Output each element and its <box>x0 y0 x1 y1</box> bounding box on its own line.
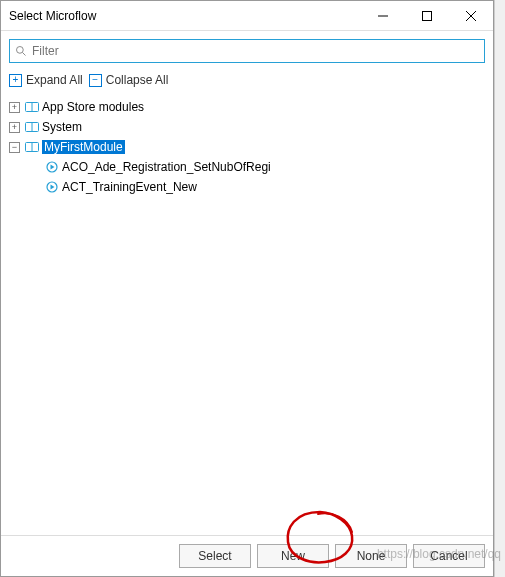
window-controls <box>361 1 493 30</box>
maximize-button[interactable] <box>405 1 449 30</box>
collapse-all-button[interactable]: − Collapse All <box>89 73 169 87</box>
plus-icon: + <box>9 74 22 87</box>
module-icon <box>25 141 39 153</box>
select-button-label: Select <box>198 549 231 563</box>
select-microflow-dialog: Select Microflow + Expand All <box>0 0 494 577</box>
svg-marker-13 <box>51 165 55 170</box>
none-button-label: None <box>357 549 386 563</box>
new-button[interactable]: New <box>257 544 329 568</box>
tree-node-label: System <box>42 120 82 134</box>
expand-collapse-toolbar: + Expand All − Collapse All <box>1 67 493 93</box>
background-sliver <box>494 0 505 577</box>
tree-node-label: App Store modules <box>42 100 144 114</box>
tree-node-app-store-modules[interactable]: + App Store modules <box>9 97 485 117</box>
svg-marker-15 <box>51 185 55 190</box>
tree-view[interactable]: + App Store modules + System − MyFirstMo… <box>1 93 493 535</box>
svg-line-5 <box>23 53 26 56</box>
dialog-title: Select Microflow <box>9 9 361 23</box>
tree-leaf-label: ACT_TrainingEvent_New <box>62 180 197 194</box>
tree-leaf-label: ACO_Ade_Registration_SetNubOfRegi <box>62 160 271 174</box>
tree-node-myfirstmodule[interactable]: − MyFirstModule <box>9 137 485 157</box>
filter-area <box>1 31 493 67</box>
svg-point-4 <box>17 47 24 54</box>
tree-leaf-microflow[interactable]: ACT_TrainingEvent_New <box>9 177 485 197</box>
close-button[interactable] <box>449 1 493 30</box>
collapse-all-label: Collapse All <box>106 73 169 87</box>
minus-icon: − <box>89 74 102 87</box>
search-icon <box>15 45 27 57</box>
expand-all-label: Expand All <box>26 73 83 87</box>
button-bar: Select New None Cancel <box>1 535 493 576</box>
tree-node-system[interactable]: + System <box>9 117 485 137</box>
expand-all-button[interactable]: + Expand All <box>9 73 83 87</box>
filter-input[interactable] <box>32 44 479 58</box>
new-button-label: New <box>281 549 305 563</box>
svg-rect-1 <box>423 11 432 20</box>
maximize-icon <box>422 11 432 21</box>
cancel-button-label: Cancel <box>430 549 467 563</box>
module-icon <box>25 121 39 133</box>
minimize-icon <box>378 11 388 21</box>
close-icon <box>466 11 476 21</box>
none-button[interactable]: None <box>335 544 407 568</box>
microflow-icon <box>45 160 59 174</box>
tree-leaf-microflow[interactable]: ACO_Ade_Registration_SetNubOfRegi <box>9 157 485 177</box>
microflow-icon <box>45 180 59 194</box>
filter-box[interactable] <box>9 39 485 63</box>
expander-plus-icon[interactable]: + <box>9 122 20 133</box>
tree-node-label: MyFirstModule <box>42 140 125 154</box>
minimize-button[interactable] <box>361 1 405 30</box>
expander-minus-icon[interactable]: − <box>9 142 20 153</box>
titlebar: Select Microflow <box>1 1 493 31</box>
expander-plus-icon[interactable]: + <box>9 102 20 113</box>
cancel-button[interactable]: Cancel <box>413 544 485 568</box>
select-button[interactable]: Select <box>179 544 251 568</box>
module-icon <box>25 101 39 113</box>
